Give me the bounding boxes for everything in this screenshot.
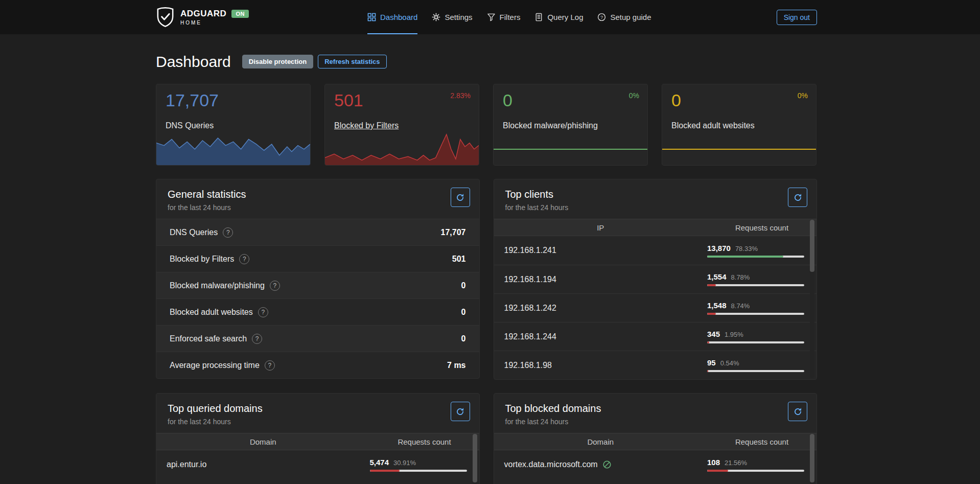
client-progress-bar	[707, 284, 804, 286]
top-queried-domains-panel: Top queried domains for the last 24 hour…	[156, 393, 480, 484]
stats-row: DNS Queries? 17,707	[156, 219, 479, 245]
client-progress-bar	[707, 313, 804, 315]
disable-protection-button[interactable]: Disable protection	[242, 55, 313, 68]
client-count: 13,870	[707, 244, 731, 252]
stats-row: Blocked by Filters? 501	[156, 245, 479, 272]
query-log-document-icon	[534, 13, 543, 21]
domain-progress-bar	[370, 470, 467, 472]
client-ip: 192.168.1.242	[494, 304, 708, 313]
blocked-adult-value: 0	[671, 90, 681, 110]
adult-percent-badge: 0%	[798, 91, 808, 100]
help-icon[interactable]: ?	[265, 360, 275, 371]
refresh-panel-button[interactable]	[451, 402, 470, 421]
table-header: Domain Requests count	[494, 433, 817, 450]
refresh-panel-button[interactable]	[788, 402, 807, 421]
page-header: Dashboard Disable protection Refresh sta…	[156, 53, 817, 71]
scrollbar-thumb[interactable]	[473, 434, 477, 482]
column-domain: Domain	[494, 437, 708, 446]
stats-row: Average processing time? 7 ms	[156, 352, 479, 378]
help-icon[interactable]: ?	[258, 307, 268, 317]
blocked-by-filters-card: 2.83% 501 Blocked by Filters	[324, 84, 479, 166]
client-percent: 0.54%	[720, 359, 739, 367]
refresh-panel-button[interactable]	[788, 188, 807, 207]
blocked-slash-icon	[602, 460, 612, 469]
general-statistics-header: General statistics for the last 24 hours	[156, 179, 479, 219]
client-row: 192.168.1.244 3451.95%	[494, 322, 817, 351]
panel-title: Top blocked domains	[505, 403, 806, 414]
stats-row-label: Blocked malware/phishing?	[170, 281, 280, 291]
blocked-adult-label: Blocked adult websites	[671, 121, 755, 130]
panel-title: General statistics	[168, 189, 468, 200]
adult-flat-sparkline	[662, 149, 816, 150]
general-statistics-panel: General statistics for the last 24 hours…	[156, 179, 480, 379]
blocked-percent-badge: 2.83%	[450, 91, 471, 100]
blocked-malware-label: Blocked malware/phishing	[503, 121, 598, 130]
settings-gear-icon	[432, 13, 440, 21]
top-clients-header: Top clients for the last 24 hours	[494, 179, 817, 219]
panel-scrollbar[interactable]	[810, 434, 814, 484]
blocked-adult-card: 0% 0 Blocked adult websites	[662, 84, 816, 166]
sign-out-button[interactable]: Sign out	[777, 10, 817, 25]
panel-scrollbar[interactable]	[473, 434, 477, 484]
stats-row-label: Average processing time?	[170, 360, 275, 371]
blocked-by-filters-sparkline	[325, 128, 479, 165]
client-ip: 192.168.1.244	[494, 332, 708, 341]
nav-setup-guide[interactable]: ? Setup guide	[597, 0, 651, 34]
protection-on-badge: ON	[231, 10, 249, 18]
domain-count: 108	[707, 458, 720, 467]
stats-row-value: 0	[461, 308, 466, 317]
client-count: 95	[707, 358, 716, 367]
client-percent: 8.74%	[731, 302, 750, 310]
table-header: IP Requests count	[494, 219, 817, 236]
client-progress-bar	[707, 341, 804, 343]
client-count: 1,548	[707, 301, 727, 310]
column-requests-count: Requests count	[707, 223, 816, 232]
help-icon[interactable]: ?	[270, 281, 280, 291]
client-ip: 192.168.1.98	[494, 361, 708, 370]
stats-label-text: Enforced safe search	[170, 334, 247, 343]
nav-dashboard-label: Dashboard	[380, 13, 417, 21]
blocked-domain: vortex.data.microsoft.com	[504, 460, 598, 469]
panel-scrollbar[interactable]	[810, 220, 814, 378]
dns-queries-value: 17,707	[166, 90, 219, 110]
top-clients-panel: Top clients for the last 24 hours IP Req…	[494, 179, 818, 380]
queried-domain: api.entur.io	[156, 460, 370, 469]
blocked-malware-value: 0	[503, 90, 512, 110]
domain-count: 5,474	[370, 458, 389, 467]
help-icon[interactable]: ?	[223, 227, 233, 238]
stats-row-value: 0	[461, 334, 466, 343]
stats-row: Blocked malware/phishing? 0	[156, 272, 479, 298]
panel-subtitle: for the last 24 hours	[168, 203, 468, 212]
top-queried-header: Top queried domains for the last 24 hour…	[156, 394, 479, 433]
stats-row-value: 501	[452, 255, 466, 264]
nav-dashboard[interactable]: Dashboard	[367, 0, 417, 34]
help-icon[interactable]: ?	[252, 334, 262, 344]
scrollbar-thumb[interactable]	[810, 434, 814, 482]
setup-guide-question-icon: ?	[597, 13, 606, 21]
refresh-panel-button[interactable]	[451, 188, 470, 207]
client-progress-bar	[707, 256, 804, 258]
client-row: 192.168.1.242 1,5488.74%	[494, 293, 817, 322]
stats-row-value: 7 ms	[447, 361, 465, 370]
top-blocked-header: Top blocked domains for the last 24 hour…	[494, 394, 817, 433]
client-row: 192.168.1.98 950.54%	[494, 351, 817, 379]
client-percent: 8.78%	[731, 273, 750, 281]
top-navbar: ADGUARD ON HOME Dashboard	[0, 0, 980, 34]
panel-title: Top queried domains	[168, 403, 468, 414]
nav-settings[interactable]: Settings	[432, 0, 472, 34]
adguard-logo[interactable]: ADGUARD ON HOME	[156, 0, 249, 34]
nav-query-log[interactable]: Query Log	[534, 0, 583, 34]
help-icon[interactable]: ?	[239, 254, 249, 264]
column-requests-count: Requests count	[707, 437, 816, 446]
scrollbar-thumb[interactable]	[810, 220, 814, 272]
svg-text:?: ?	[600, 14, 603, 20]
refresh-statistics-button[interactable]: Refresh statistics	[318, 55, 386, 68]
column-domain: Domain	[156, 437, 370, 446]
nav-setup-guide-label: Setup guide	[610, 13, 651, 21]
stats-row-label: DNS Queries?	[170, 227, 233, 238]
nav-filters[interactable]: Filters	[487, 0, 521, 34]
column-ip: IP	[494, 223, 708, 232]
client-row: 192.168.1.194 1,5548.78%	[494, 265, 817, 293]
filters-funnel-icon	[487, 13, 496, 21]
nav-settings-label: Settings	[445, 13, 472, 21]
